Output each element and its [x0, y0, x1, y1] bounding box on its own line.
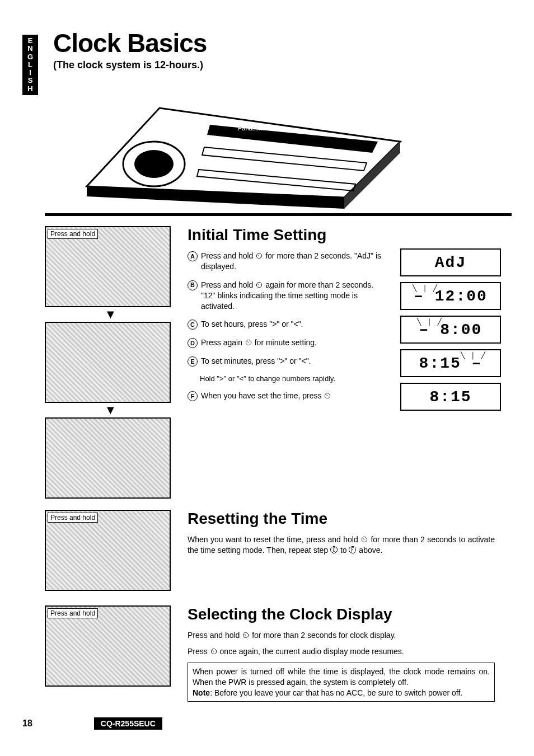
note-label: Note: [193, 688, 210, 697]
step-text: To set minutes, press ">" or "<".: [201, 356, 311, 367]
lcd-display: 8:15: [400, 383, 501, 411]
language-tab: ENGLISH: [22, 35, 38, 95]
step-item: D Press again ⏲ for minute setting.: [188, 337, 389, 348]
step-text: Press and hold ⏲ for more than 2 seconds…: [201, 251, 389, 272]
model-badge: CQ-R255SEUC: [94, 717, 162, 730]
hold-note: Hold ">" or "<" to change numbers rapidl…: [200, 374, 389, 383]
step-letter: D: [188, 338, 198, 348]
step-item: A Press and hold ⏲ for more than 2 secon…: [188, 251, 389, 272]
step-illustration: Press and hold: [45, 226, 171, 307]
step-letter: F: [188, 391, 198, 401]
section-heading: Resetting the Time: [188, 510, 495, 528]
step-illustration: Press and hold: [45, 510, 171, 591]
note-body: When power is turned off while the time …: [193, 667, 490, 687]
note-tail: : Before you leave your car that has no …: [210, 688, 462, 697]
section-line: Press and hold ⏲ for more than 2 seconds…: [188, 630, 495, 641]
step-item: C To set hours, press ">" or "<".: [188, 319, 389, 330]
page-title: Clock Basics: [53, 28, 512, 58]
step-letter: B: [188, 280, 198, 290]
step-item: F When you have set the time, press ⏲: [188, 391, 389, 401]
thumb-caption: Press and hold: [48, 229, 98, 239]
down-arrow-icon: ▼: [45, 311, 176, 318]
step-letter: A: [188, 251, 198, 261]
lcd-display: ╲ │ ╱ – 8:00: [400, 316, 501, 344]
step-letter: E: [188, 356, 198, 367]
step-item: E To set minutes, press ">" or "<".: [188, 356, 389, 367]
hero-illustration: Panasonic: [53, 74, 411, 209]
lcd-display: AdJ: [400, 248, 501, 276]
step-illustration: [45, 322, 171, 403]
page-subtitle: (The clock system is 12-hours.): [53, 59, 512, 71]
step-text: Press again ⏲ for minute setting.: [201, 337, 317, 348]
step-item: B Press and hold ⏲ again for more than 2…: [188, 280, 389, 312]
step-text: When you have set the time, press ⏲: [201, 391, 331, 401]
section-line: Press ⏲ once again, the current audio di…: [188, 646, 495, 657]
lcd-value: 12:00: [435, 288, 488, 305]
section-body: When you want to reset the time, press a…: [188, 534, 495, 556]
svg-text:Panasonic: Panasonic: [238, 125, 267, 132]
note-box: When power is turned off while the time …: [188, 663, 495, 702]
step-letter: C: [188, 320, 198, 330]
step-illustration: Press and hold: [45, 605, 171, 687]
lcd-value: 8:15: [419, 355, 461, 372]
section-heading: Selecting the Clock Display: [188, 605, 495, 623]
thumb-caption: Press and hold: [48, 608, 98, 618]
divider: [45, 213, 512, 216]
step-text: To set hours, press ">" or "<".: [201, 319, 303, 330]
thumb-caption: Press and hold: [48, 513, 98, 523]
svg-point-4: [134, 150, 174, 178]
section-heading: Initial Time Setting: [188, 226, 389, 244]
down-arrow-icon: ▼: [45, 406, 176, 414]
page-number: 18: [22, 719, 32, 729]
lcd-display: ╲ │ ╱ 8:15 –: [400, 349, 501, 377]
step-illustration: [45, 417, 171, 499]
lcd-display: ╲ │ ╱ – 12:00: [400, 282, 501, 310]
lcd-value: 8:00: [440, 321, 482, 339]
step-text: Press and hold ⏲ again for more than 2 s…: [201, 280, 389, 312]
